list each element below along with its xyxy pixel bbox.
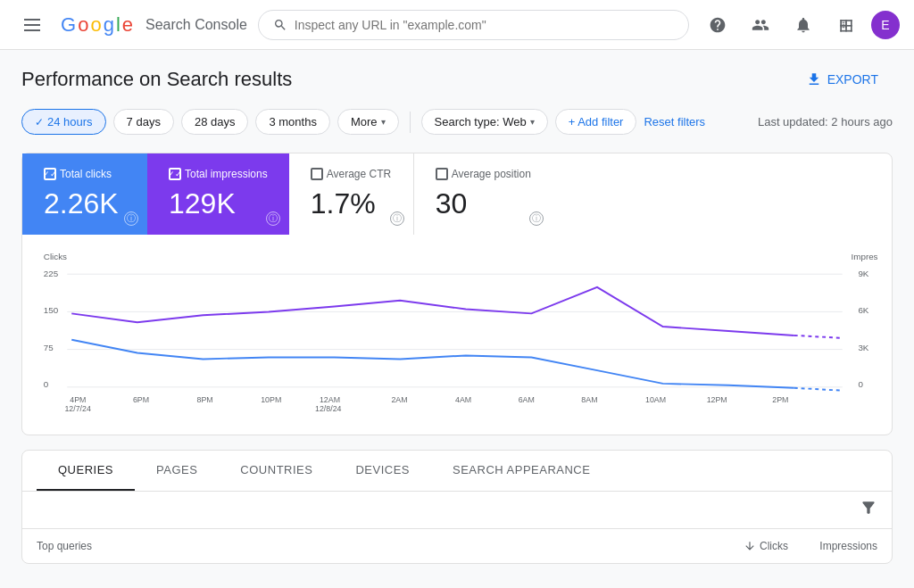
- tab-queries[interactable]: QUERIES: [37, 451, 135, 491]
- impressions-checkbox[interactable]: ✓: [169, 168, 181, 180]
- metric-position-value: 30: [436, 187, 531, 220]
- svg-line-23: [794, 388, 843, 391]
- svg-text:10AM: 10AM: [645, 395, 666, 404]
- filter-bar: ✓ 24 hours 7 days 28 days 3 months More …: [21, 109, 893, 135]
- main-content: Performance on Search results EXPORT ✓ 2…: [0, 50, 914, 578]
- people-icon[interactable]: [743, 7, 778, 43]
- tab-search-appearance[interactable]: SEARCH APPEARANCE: [431, 451, 611, 491]
- svg-text:9K: 9K: [858, 269, 868, 278]
- app-name: Search Console: [145, 17, 247, 33]
- performance-chart: Clicks 225 150 75 0 Impressions 9K 6K 3K…: [37, 242, 877, 420]
- page-title-row: Performance on Search results EXPORT: [21, 64, 893, 95]
- filter-divider: [410, 112, 411, 133]
- metric-avg-position: Average position 30 ⓘ: [414, 153, 553, 235]
- clicks-checkbox[interactable]: ✓: [44, 168, 56, 180]
- svg-text:6AM: 6AM: [519, 395, 535, 404]
- svg-text:4AM: 4AM: [455, 395, 471, 404]
- chevron-down-icon-2: ▾: [530, 117, 535, 127]
- tab-devices[interactable]: DEVICES: [334, 451, 431, 491]
- tabs-section: QUERIES PAGES COUNTRIES DEVICES SEARCH A…: [21, 450, 893, 564]
- page-title: Performance on Search results: [21, 68, 292, 91]
- ctr-info-icon[interactable]: ⓘ: [390, 211, 404, 226]
- table-header: Top queries Clicks Impressions: [22, 529, 892, 563]
- metric-clicks-value: 2.26K: [44, 187, 126, 220]
- tab-pages[interactable]: PAGES: [135, 451, 219, 491]
- header-icons: E: [700, 7, 900, 43]
- filter-24hours[interactable]: ✓ 24 hours: [21, 109, 106, 135]
- metric-impressions-value: 129K: [169, 187, 268, 220]
- filter-7days[interactable]: 7 days: [113, 109, 174, 135]
- metric-position-label: Average position: [436, 168, 531, 180]
- metric-avg-ctr: Average CTR 1.7% ⓘ: [289, 153, 414, 235]
- metric-ctr-label: Average CTR: [311, 168, 392, 180]
- metric-clicks-label: ✓ Total clicks: [44, 168, 126, 180]
- svg-text:4PM: 4PM: [70, 395, 86, 404]
- svg-text:12/8/24: 12/8/24: [315, 404, 342, 413]
- app-header: G o o g l e Search Console E: [0, 0, 914, 50]
- svg-text:0: 0: [44, 379, 49, 389]
- search-type-filter[interactable]: Search type: Web ▾: [421, 109, 548, 135]
- metric-total-clicks: ✓ Total clicks 2.26K ⓘ: [22, 153, 147, 235]
- svg-text:0: 0: [858, 379, 863, 389]
- logo-g: G: [61, 13, 76, 37]
- svg-rect-0: [24, 19, 40, 21]
- logo-g2: g: [104, 13, 114, 37]
- notifications-icon[interactable]: [785, 7, 821, 43]
- position-checkbox[interactable]: [436, 168, 448, 180]
- impressions-info-icon[interactable]: ⓘ: [266, 211, 280, 226]
- svg-text:2PM: 2PM: [772, 395, 788, 404]
- col-impressions: Impressions: [788, 540, 877, 552]
- tabs-actions: [22, 492, 892, 529]
- avatar[interactable]: E: [871, 11, 900, 39]
- chart-container: Clicks 225 150 75 0 Impressions 9K 6K 3K…: [22, 235, 892, 435]
- position-info-icon[interactable]: ⓘ: [529, 211, 544, 226]
- apps-icon[interactable]: [828, 7, 864, 43]
- logo-e: e: [122, 13, 133, 37]
- help-icon[interactable]: [700, 7, 735, 43]
- svg-text:12/7/24: 12/7/24: [64, 404, 91, 413]
- google-logo-text: G o o g l e: [61, 13, 133, 37]
- svg-text:3K: 3K: [858, 343, 868, 352]
- logo: G o o g l e Search Console: [61, 13, 247, 37]
- filter-more[interactable]: More ▾: [337, 109, 399, 135]
- search-bar[interactable]: [258, 10, 689, 40]
- clicks-info-icon[interactable]: ⓘ: [124, 211, 138, 226]
- search-icon: [273, 18, 287, 32]
- svg-text:150: 150: [44, 305, 59, 315]
- reset-filters-button[interactable]: Reset filters: [644, 115, 705, 128]
- search-input[interactable]: [295, 18, 674, 32]
- svg-text:12PM: 12PM: [707, 395, 727, 404]
- svg-rect-8: [840, 25, 852, 27]
- svg-text:2AM: 2AM: [391, 395, 407, 404]
- logo-l: l: [116, 13, 120, 37]
- svg-text:12AM: 12AM: [320, 395, 340, 404]
- menu-icon[interactable]: [14, 7, 50, 43]
- filter-3months[interactable]: 3 months: [255, 109, 329, 135]
- metrics-top: ✓ Total clicks 2.26K ⓘ ✓ Total impressio…: [22, 153, 892, 235]
- logo-o1: o: [78, 13, 88, 37]
- ctr-checkbox[interactable]: [311, 168, 323, 180]
- svg-rect-1: [24, 24, 40, 26]
- last-updated: Last updated: 2 hours ago: [758, 115, 893, 128]
- export-icon: [806, 71, 822, 87]
- tabs-bar: QUERIES PAGES COUNTRIES DEVICES SEARCH A…: [22, 451, 892, 492]
- metric-total-impressions: ✓ Total impressions 129K ⓘ: [147, 153, 289, 235]
- svg-text:6PM: 6PM: [133, 395, 149, 404]
- svg-line-24: [794, 335, 843, 338]
- col-clicks: Clicks: [699, 540, 788, 552]
- svg-text:75: 75: [44, 343, 54, 352]
- tab-countries[interactable]: COUNTRIES: [219, 451, 334, 491]
- sort-icon: [744, 540, 756, 552]
- filter-28days[interactable]: 28 days: [181, 109, 249, 135]
- svg-text:Impressions: Impressions: [852, 252, 877, 261]
- svg-text:Clicks: Clicks: [44, 252, 67, 261]
- export-button[interactable]: EXPORT: [792, 64, 893, 95]
- performance-card: ✓ Total clicks 2.26K ⓘ ✓ Total impressio…: [21, 153, 893, 435]
- metric-ctr-value: 1.7%: [311, 187, 392, 220]
- metric-impressions-label: ✓ Total impressions: [169, 168, 268, 180]
- table-filter-icon[interactable]: [860, 499, 877, 521]
- check-icon: ✓: [35, 116, 44, 128]
- add-filter-button[interactable]: + Add filter: [555, 109, 637, 135]
- svg-text:8PM: 8PM: [197, 395, 213, 404]
- svg-text:8AM: 8AM: [581, 395, 597, 404]
